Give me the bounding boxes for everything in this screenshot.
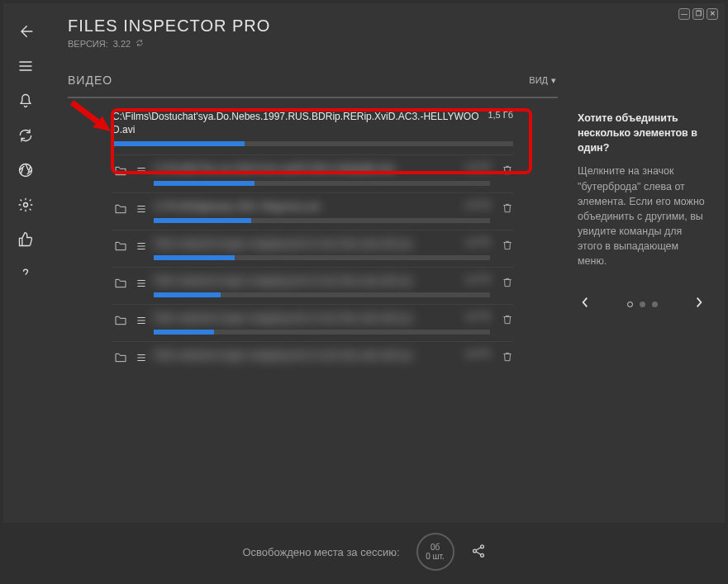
version-row: ВЕРСИЯ: 3.22 xyxy=(68,39,558,49)
footer-bar: Освобождено места за сессию: 0б 0 шт. xyxy=(3,523,725,581)
help-icon[interactable] xyxy=(17,266,34,283)
carousel-dot[interactable] xyxy=(652,301,658,307)
file-path: C:\Films\Dostuchat'sya.Do.Nebes.1997.RUS… xyxy=(112,110,479,136)
menu-icon[interactable] xyxy=(17,58,34,74)
aperture-icon[interactable] xyxy=(17,162,34,178)
file-size: 1,4 Гб xyxy=(464,162,490,175)
file-bar xyxy=(154,181,490,186)
folder-icon[interactable] xyxy=(112,274,129,297)
close-button[interactable]: ✕ xyxy=(707,8,718,20)
folder-icon[interactable] xyxy=(112,311,129,335)
file-path: C:\FILMS\Джокер 2001 Shiguresu.avi xyxy=(154,200,321,213)
file-size: 1,4 Гб xyxy=(464,200,490,213)
folder-icon[interactable] xyxy=(112,237,129,260)
tip-panel: Хотите объединить несколько элементов в … xyxy=(568,3,725,523)
file-row[interactable]: Path redacted longer wrapping text to tw… xyxy=(112,230,513,268)
file-row[interactable]: Path redacted longer wrapping text to tw… xyxy=(112,305,513,342)
share-icon[interactable] xyxy=(471,544,486,561)
svg-point-1 xyxy=(24,203,28,207)
carousel-dot[interactable] xyxy=(640,301,645,307)
file-row[interactable]: Path redacted longer wrapping text to tw… xyxy=(112,268,513,305)
file-size: 1,2 Гб xyxy=(464,311,490,325)
session-counter: 0б 0 шт. xyxy=(416,533,454,571)
version-value: 3.22 xyxy=(113,39,131,49)
carousel-dot[interactable] xyxy=(627,301,633,307)
file-size: 1,5 Гб xyxy=(488,110,513,136)
tip-title: Хотите объединить несколько элементов в … xyxy=(578,111,707,155)
version-label: ВЕРСИЯ: xyxy=(68,39,108,49)
footer-label: Освобождено места за сессию: xyxy=(242,546,399,558)
window-controls: — ❐ ✕ xyxy=(678,8,718,20)
file-list: C:\Films\Dostuchat'sya.Do.Nebes.1997.RUS… xyxy=(68,97,558,523)
folder-icon[interactable] xyxy=(112,162,129,185)
back-icon[interactable] xyxy=(17,23,34,40)
folder-icon[interactable] xyxy=(112,349,129,368)
trash-icon[interactable] xyxy=(502,239,513,260)
row-menu-icon[interactable] xyxy=(136,311,147,335)
tip-carousel xyxy=(578,297,707,312)
main-panel: FILES INSPECTOR PRO ВЕРСИЯ: 3.22 ВИДЕО В… xyxy=(48,3,568,523)
row-menu-icon[interactable] xyxy=(136,200,147,223)
minimize-button[interactable]: — xyxy=(678,8,690,20)
refresh-icon[interactable] xyxy=(17,127,34,144)
file-path: Path redacted longer wrapping text to tw… xyxy=(154,349,413,362)
chevron-down-icon: ▾ xyxy=(551,75,556,86)
file-row[interactable]: C:\FILMS\Джокер 2001 Shiguresu.avi 1,4 Г… xyxy=(112,193,513,230)
file-bar xyxy=(154,255,490,260)
trash-icon[interactable] xyxy=(502,313,513,335)
file-path: C:\FILMS\The Lie 2020 from wwPC345 & Med… xyxy=(154,162,396,175)
trash-icon[interactable] xyxy=(502,350,513,368)
svg-point-0 xyxy=(20,164,32,177)
maximize-button[interactable]: ❐ xyxy=(692,8,704,20)
carousel-prev-icon[interactable] xyxy=(581,297,589,312)
bell-icon[interactable] xyxy=(17,93,34,109)
file-bar xyxy=(154,330,490,335)
file-size: 1,2 Гб xyxy=(464,274,490,287)
row-menu-icon[interactable] xyxy=(136,162,147,185)
version-refresh-icon[interactable] xyxy=(136,39,144,49)
row-menu-icon[interactable] xyxy=(136,349,147,368)
sidebar xyxy=(3,3,48,523)
thumbs-up-icon[interactable] xyxy=(17,231,34,248)
file-bar xyxy=(154,218,490,223)
file-path: Path redacted longer wrapping text to tw… xyxy=(154,311,413,325)
file-bar xyxy=(154,292,490,297)
file-row[interactable]: C:\Films\Dostuchat'sya.Do.Nebes.1997.RUS… xyxy=(112,103,513,155)
session-size: 0б xyxy=(431,543,440,553)
tip-body: Щелкните на значок "бутерброда" слева от… xyxy=(578,164,707,268)
session-count: 0 шт. xyxy=(426,552,445,562)
app-title: FILES INSPECTOR PRO xyxy=(68,17,558,36)
trash-icon[interactable] xyxy=(502,276,513,297)
file-path: Path redacted longer wrapping text to tw… xyxy=(154,237,413,250)
trash-icon[interactable] xyxy=(502,164,513,185)
view-toggle-label: ВИД xyxy=(529,75,548,85)
file-size: 1,0 Гб xyxy=(464,349,490,362)
row-menu-icon[interactable] xyxy=(136,237,147,260)
file-row[interactable]: C:\FILMS\The Lie 2020 from wwPC345 & Med… xyxy=(112,155,513,192)
row-menu-icon[interactable] xyxy=(136,274,147,297)
file-bar xyxy=(112,141,513,146)
file-row[interactable]: Path redacted longer wrapping text to tw… xyxy=(112,342,513,374)
carousel-next-icon[interactable] xyxy=(695,297,703,312)
folder-icon[interactable] xyxy=(112,200,129,223)
file-size: 1,3 Гб xyxy=(464,237,490,250)
section-title: ВИДЕО xyxy=(68,74,112,87)
gear-icon[interactable] xyxy=(17,197,34,213)
trash-icon[interactable] xyxy=(502,202,513,223)
view-toggle[interactable]: ВИД ▾ xyxy=(529,75,556,86)
carousel-dots xyxy=(627,301,658,307)
file-path: Path redacted longer wrapping text to tw… xyxy=(154,274,413,287)
